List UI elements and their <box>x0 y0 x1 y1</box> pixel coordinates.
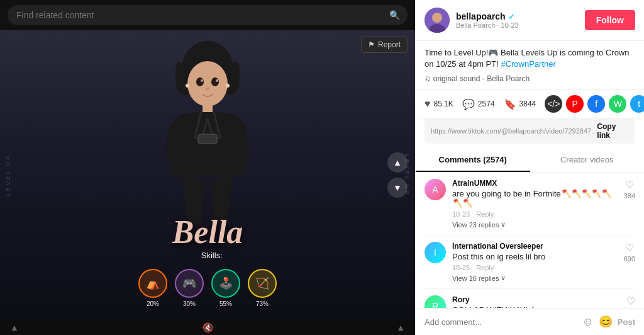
view-replies-2[interactable]: View 16 replies ∨ <box>452 274 618 282</box>
skill-item: ⛺ 20% <box>138 269 167 307</box>
prev-button[interactable]: ▲ <box>10 322 19 332</box>
reply-button-1[interactable]: Reply <box>476 210 494 218</box>
comment-like-2: ♡ 690 <box>624 242 635 263</box>
search-bar: 🔍 <box>8 5 408 25</box>
emoji-icon-2[interactable]: 😊 <box>599 315 613 329</box>
like-count-1: 384 <box>624 192 635 200</box>
comment-body-3: Rory COLLAB WITH KAYLA 10-26 Reply View … <box>452 295 620 308</box>
comment-date-2: 10-25 <box>452 264 470 271</box>
hashtag[interactable]: #CrownPartner <box>501 59 555 69</box>
add-comment-input[interactable] <box>425 317 577 327</box>
commenter-avatar-2: I <box>425 242 446 263</box>
svg-point-2 <box>196 77 204 86</box>
comment-icon: 💬 <box>462 98 475 110</box>
comment-meta-1: 10-23 Reply <box>452 210 618 218</box>
share-whatsapp-button[interactable]: W <box>609 95 626 113</box>
skill-circle-1: ⛺ <box>138 269 167 298</box>
comment-body-2: International Oversleeper Post this on i… <box>452 242 618 282</box>
svg-rect-10 <box>198 134 217 144</box>
verified-icon: ✓ <box>508 12 515 21</box>
actions-row: ♥ 85.1K 💬 2574 🔖 3844 </> P f W t ↗ <box>416 90 644 118</box>
next-button[interactable]: ▲ <box>396 322 405 332</box>
comment-text-1: are you going to be in Fortnite🪓🪓🪓🪓🪓🪓🪓 <box>452 189 618 208</box>
reply-button-2[interactable]: Reply <box>476 264 494 271</box>
emoji-icon-1[interactable]: ☺ <box>582 315 593 329</box>
skill-item: 🎮 30% <box>175 269 204 307</box>
bookmark-action[interactable]: 🔖 3844 <box>504 98 536 110</box>
nav-down-button[interactable]: ▼ <box>387 178 408 198</box>
bookmark-icon: 🔖 <box>504 98 516 110</box>
skills-row: ⛺ 20% 🎮 30% 🕹️ 55% 🏹 73% <box>138 269 277 307</box>
search-icon: 🔍 <box>389 10 400 20</box>
post-text: Time to Level Up!🎮 Bella Levels Up is co… <box>425 47 635 70</box>
search-input[interactable] <box>8 5 408 25</box>
comment-like-3: ♡ 8 <box>626 295 635 308</box>
comments-section: A AtrainUMMX are you going to be in Fort… <box>416 173 644 308</box>
share-code-button[interactable]: </> <box>545 95 562 113</box>
view-replies-1[interactable]: View 23 replies ∨ <box>452 220 618 229</box>
skill-circle-3: 🕹️ <box>211 269 240 298</box>
svg-point-7 <box>186 84 189 88</box>
link-bar: https://www.tiktok.com/@bellapoarch/vide… <box>425 118 635 144</box>
share-twitter-button[interactable]: t <box>630 95 644 113</box>
like-icon-3[interactable]: ♡ <box>626 295 635 307</box>
commenter-avatar-3: R <box>425 295 446 308</box>
right-panel: bellapoarch ✓ Bella Poarch · 10-23 Follo… <box>415 0 644 335</box>
tab-comments[interactable]: Comments (2574) <box>416 149 530 172</box>
comment-actions: ☺ 😊 Post <box>582 315 635 329</box>
like-action[interactable]: ♥ 85.1K <box>425 98 453 110</box>
music-note-icon: ♫ <box>425 74 431 83</box>
copy-link-button[interactable]: Copy link <box>597 122 629 140</box>
bottom-bar: ▲ 🔇 ▲ <box>0 320 415 335</box>
side-text-left: LEVEL UP <box>5 154 11 196</box>
commenter-username-2: International Oversleeper <box>452 242 618 251</box>
bella-title: Bella <box>172 213 243 251</box>
skill-item: 🕹️ 55% <box>211 269 240 307</box>
report-button[interactable]: ⚑ Report <box>361 37 408 53</box>
like-icon-1[interactable]: ♡ <box>625 179 634 191</box>
flag-icon: ⚑ <box>368 40 375 49</box>
comment-action[interactable]: 💬 2574 <box>462 98 495 110</box>
svg-point-8 <box>226 84 230 88</box>
commenter-avatar-1: A <box>425 179 446 200</box>
share-icons: </> P f W t ↗ <box>545 95 644 113</box>
heart-icon: ♥ <box>425 98 431 110</box>
author-info: bellapoarch ✓ Bella Poarch · 10-23 <box>456 11 585 29</box>
comment-body-1: AtrainUMMX are you going to be in Fortni… <box>452 179 618 229</box>
svg-point-1 <box>187 61 228 106</box>
video-area: LEVEL UP LEVEL UP <box>0 30 415 320</box>
like-count-2: 690 <box>624 255 635 263</box>
follow-button[interactable]: Follow <box>585 10 635 30</box>
report-label: Report <box>378 40 401 49</box>
share-facebook-button[interactable]: f <box>587 95 605 113</box>
tab-creator-videos[interactable]: Creator videos <box>530 149 645 172</box>
link-url: https://www.tiktok.com/@bellapoarch/vide… <box>431 127 597 135</box>
comment-like-1: ♡ 384 <box>624 179 635 200</box>
svg-point-6 <box>206 88 209 90</box>
like-count: 85.1K <box>434 99 453 108</box>
share-pinterest-button[interactable]: P <box>566 95 584 113</box>
comment-item: A AtrainUMMX are you going to be in Fort… <box>425 173 635 236</box>
avatar <box>425 8 450 33</box>
comment-text-2: Post this on ig reels lil bro <box>452 252 618 261</box>
svg-point-3 <box>211 77 219 86</box>
post-content: Time to Level Up!🎮 Bella Levels Up is co… <box>416 41 644 90</box>
comment-item: R Rory COLLAB WITH KAYLA 10-26 Reply Vie… <box>425 289 635 308</box>
post-comment-button[interactable]: Post <box>618 317 635 327</box>
author-handle: Bella Poarch · 10-23 <box>456 21 585 29</box>
comment-date-1: 10-23 <box>452 210 470 218</box>
volume-icon[interactable]: 🔇 <box>203 322 213 332</box>
sound-info: ♫ original sound - Bella Poarch <box>425 74 635 83</box>
left-panel: 🔍 LEVEL UP LEVEL UP <box>0 0 415 335</box>
nav-up-button[interactable]: ▲ <box>387 152 408 173</box>
add-comment-bar: ☺ 😊 Post <box>416 308 644 335</box>
bookmark-count: 3844 <box>519 99 536 108</box>
like-icon-2[interactable]: ♡ <box>625 242 634 254</box>
skill-pct-4: 73% <box>256 300 269 307</box>
skill-pct-3: 55% <box>219 300 232 307</box>
skill-item: 🏹 73% <box>248 269 277 307</box>
comment-item: I International Oversleeper Post this on… <box>425 236 635 289</box>
svg-point-12 <box>432 13 442 23</box>
skill-circle-2: 🎮 <box>175 269 204 298</box>
skills-label: Skills: <box>201 251 223 260</box>
